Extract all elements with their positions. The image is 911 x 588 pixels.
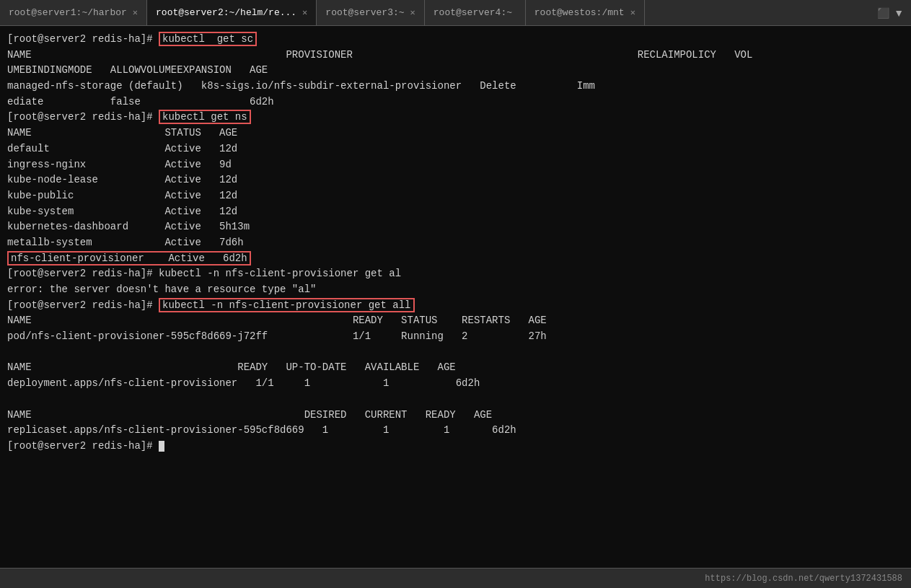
- tab-bar: root@server1:~/harbor ✕ root@server2:~/h…: [0, 0, 911, 26]
- tab-actions: ⬛ ▼: [870, 7, 911, 19]
- tab-westos[interactable]: root@westos:/mnt ✕: [526, 0, 645, 25]
- tab-server1[interactable]: root@server1:~/harbor ✕: [0, 0, 147, 25]
- terminal-line: default Active 12d: [7, 141, 904, 157]
- terminal-line: nfs-client-provisioner Active 6d2h: [7, 251, 904, 267]
- close-icon[interactable]: ✕: [410, 7, 415, 18]
- prompt: [root@server2 redis-ha]#: [7, 299, 159, 311]
- tab-server4[interactable]: root@server4:~: [425, 0, 526, 25]
- tab-server3[interactable]: root@server3:~ ✕: [317, 0, 424, 25]
- terminal-line: NAME PROVISIONER RECLAIMPOLICY VOL: [7, 48, 904, 63]
- prompt: [root@server2 redis-ha]#: [7, 440, 159, 452]
- close-icon[interactable]: ✕: [133, 7, 138, 18]
- tab-server2[interactable]: root@server2:~/helm/re... ✕: [147, 0, 317, 25]
- terminal-line: error: the server doesn't have a resourc…: [7, 282, 904, 298]
- terminal-line: NAME READY STATUS RESTARTS AGE: [7, 313, 904, 329]
- cursor: [159, 441, 164, 452]
- terminal-line: [7, 345, 904, 361]
- terminal-line: deployment.apps/nfs-client-provisioner 1…: [7, 376, 904, 392]
- tab-label: root@server1:~/harbor: [9, 7, 127, 18]
- monitor-icon[interactable]: ⬛: [877, 7, 889, 19]
- terminal-line: NAME DESIRED CURRENT READY AGE: [7, 408, 904, 424]
- command-highlight: kubectl get ns: [159, 110, 251, 124]
- terminal-line: [root@server2 redis-ha]# kubectl -n nfs-…: [7, 298, 904, 314]
- terminal-line: ingress-nginx Active 9d: [7, 157, 904, 173]
- terminal-line: managed-nfs-storage (default) k8s-sigs.i…: [7, 79, 904, 95]
- terminal-line: NAME READY UP-TO-DATE AVAILABLE AGE: [7, 360, 904, 376]
- close-icon[interactable]: ✕: [630, 7, 635, 18]
- terminal-line: kube-node-lease Active 12d: [7, 172, 904, 188]
- terminal-line: UMEBINDINGMODE ALLOWVOLUMEEXPANSION AGE: [7, 63, 904, 79]
- terminal-line: pod/nfs-client-provisioner-595cf8d669-j7…: [7, 329, 904, 345]
- prompt: [root@server2 redis-ha]#: [7, 33, 159, 45]
- terminal-line: replicaset.apps/nfs-client-provisioner-5…: [7, 423, 904, 439]
- terminal-line: NAME STATUS AGE: [7, 126, 904, 141]
- command-highlight-all: kubectl -n nfs-client-provisioner get al…: [159, 298, 414, 312]
- url-text: https://blog.csdn.net/qwerty1372431588: [705, 574, 902, 584]
- tab-label: root@westos:/mnt: [534, 7, 625, 18]
- terminal-line: [root@server2 redis-ha]#: [7, 439, 904, 455]
- terminal-line: kubernetes-dashboard Active 5h13m: [7, 219, 904, 235]
- terminal-line: [root@server2 redis-ha]# kubectl get sc: [7, 32, 904, 48]
- terminal-line: [root@server2 redis-ha]# kubectl -n nfs-…: [7, 266, 904, 282]
- status-bar: https://blog.csdn.net/qwerty1372431588: [0, 568, 911, 588]
- command-highlight: kubectl get sc: [159, 32, 257, 46]
- terminal-line: [7, 392, 904, 408]
- terminal-line: ediate false 6d2h: [7, 95, 904, 110]
- close-icon[interactable]: ✕: [302, 7, 307, 18]
- terminal-line: kube-system Active 12d: [7, 204, 904, 220]
- terminal-line: metallb-system Active 7d6h: [7, 235, 904, 251]
- terminal: [root@server2 redis-ha]# kubectl get sc …: [0, 26, 911, 568]
- tab-label: root@server4:~: [434, 7, 512, 18]
- terminal-line: kube-public Active 12d: [7, 188, 904, 204]
- nfs-highlight: nfs-client-provisioner Active 6d2h: [7, 251, 251, 266]
- prompt: [root@server2 redis-ha]#: [7, 111, 159, 123]
- tab-label: root@server3:~: [325, 7, 404, 18]
- chevron-down-icon[interactable]: ▼: [894, 7, 904, 19]
- terminal-line: [root@server2 redis-ha]# kubectl get ns: [7, 110, 904, 126]
- tab-label: root@server2:~/helm/re...: [156, 7, 296, 18]
- prompt: [root@server2 redis-ha]#: [7, 268, 159, 279]
